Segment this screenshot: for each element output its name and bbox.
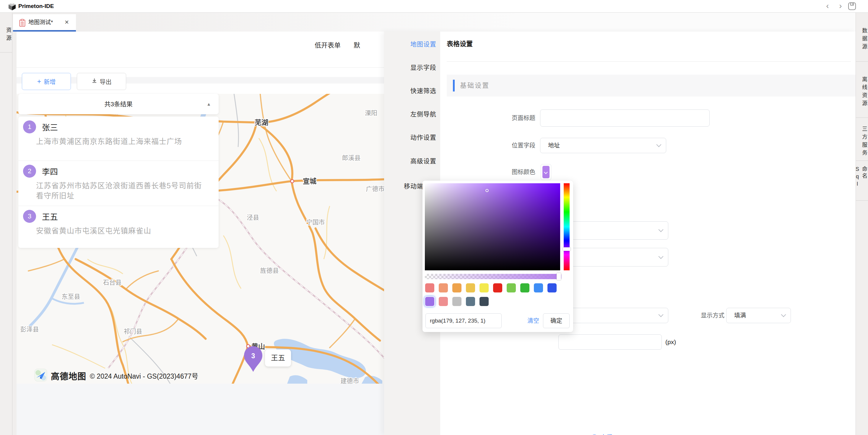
- color-swatch[interactable]: [439, 297, 448, 306]
- chevron-down-icon: [658, 312, 663, 317]
- result-list-item[interactable]: 2李四江苏省苏州市姑苏区沧浪街道西善长巷5号司前街看守所旧址: [18, 161, 219, 206]
- settings-menu-item[interactable]: 快速筛选: [386, 86, 436, 96]
- right-rail-item[interactable]: 数据源: [856, 13, 868, 62]
- result-address: 江苏省苏州市姑苏区沧浪街道西善长巷5号司前街看守所旧址: [36, 180, 209, 201]
- color-swatch[interactable]: [452, 297, 462, 306]
- tab-map-test[interactable]: 地图测试* ×: [13, 14, 76, 32]
- collapse-caret-icon[interactable]: ▲: [207, 94, 211, 114]
- settings-menu-item[interactable]: 显示字段: [386, 63, 436, 73]
- color-swatch[interactable]: [479, 283, 489, 293]
- chevron-down-icon: [656, 142, 661, 147]
- results-summary-card[interactable]: 共3条结果 ▲: [18, 94, 219, 114]
- amap-logo-icon: [34, 369, 47, 383]
- color-swatch[interactable]: [439, 283, 448, 293]
- settings-menu-item[interactable]: 动作设置: [386, 133, 436, 142]
- form-template-label-left[interactable]: 低开表单: [315, 40, 341, 49]
- color-value-input[interactable]: [426, 313, 502, 328]
- hue-slider-handle[interactable]: [563, 247, 570, 251]
- result-index-badge: 2: [23, 165, 36, 178]
- section-header: 基础设置: [447, 75, 856, 97]
- nav-forward-button[interactable]: ›: [836, 0, 845, 12]
- map-label: 东至县: [62, 293, 80, 300]
- results-list: 1张三上海市黄浦区南京东路街道上海来福士广场2李四江苏省苏州市姑苏区沧浪街道西善…: [18, 116, 219, 248]
- result-list-item[interactable]: 1张三上海市黄浦区南京东路街道上海来福士广场: [18, 116, 219, 161]
- color-swatch[interactable]: [452, 283, 462, 293]
- map-label: 宣城: [303, 177, 316, 185]
- size-input[interactable]: [558, 334, 662, 350]
- color-picker-popup: 清空 确定: [423, 180, 573, 332]
- form-template-label-right[interactable]: 默: [354, 40, 360, 49]
- page-title-label: 页面标题: [497, 109, 535, 127]
- page-title-input[interactable]: [540, 109, 710, 127]
- tab-close-icon[interactable]: ×: [61, 14, 72, 30]
- location-field-select[interactable]: 地址: [540, 138, 666, 153]
- display-mode-select[interactable]: 填满: [726, 308, 791, 323]
- map-label: 泾县: [247, 214, 259, 221]
- map-label: 旌德县: [260, 267, 279, 274]
- color-swatch[interactable]: [466, 283, 475, 293]
- color-swatch[interactable]: [425, 297, 434, 306]
- map-label: 宁国市: [306, 219, 325, 226]
- alpha-slider-handle[interactable]: [557, 273, 561, 280]
- map-label: 广德市: [366, 185, 385, 192]
- color-swatch[interactable]: [493, 283, 502, 293]
- map-label: 郎溪县: [342, 154, 361, 161]
- confirm-button[interactable]: 确定: [543, 313, 569, 328]
- tab-title: 地图测试*: [28, 14, 53, 31]
- saturation-area[interactable]: [425, 183, 560, 270]
- color-swatch[interactable]: [466, 297, 475, 306]
- amap-brand: 高德地图: [51, 369, 86, 382]
- result-address: 安徽省黄山市屯溪区屯光镇麻雀山: [36, 226, 209, 236]
- hidden-select-2[interactable]: [558, 248, 668, 267]
- result-name: 张三: [42, 121, 58, 133]
- icon-color-label: 图标颜色: [497, 164, 535, 180]
- nav-back-button[interactable]: ‹: [823, 0, 833, 12]
- color-swatch[interactable]: [520, 283, 529, 293]
- hidden-select-1[interactable]: [558, 221, 668, 240]
- color-swatch[interactable]: [425, 283, 434, 293]
- result-name: 李四: [42, 166, 58, 177]
- eye-icon: [591, 433, 598, 435]
- workspace: 地图测试* × 低开表单 默 + 新增: [12, 13, 856, 435]
- add-button[interactable]: + 新增: [22, 73, 71, 90]
- alpha-slider[interactable]: [425, 274, 561, 279]
- export-button[interactable]: 导出: [77, 73, 126, 90]
- alpha-gradient: [425, 274, 561, 279]
- settings-menu-item[interactable]: 高级设置: [386, 156, 436, 166]
- result-index-badge: 3: [23, 210, 36, 223]
- sidebar-item-resources[interactable]: 资源: [0, 13, 12, 53]
- map-label: 芜湖: [255, 119, 268, 126]
- result-index-badge: 1: [23, 121, 36, 133]
- right-rail-item[interactable]: 命名Sql: [856, 161, 868, 201]
- color-swatch[interactable]: [479, 297, 489, 306]
- result-list-item[interactable]: 3王五安徽省黄山市屯溪区屯光镇麻雀山: [18, 206, 219, 248]
- clear-button[interactable]: 清空: [523, 313, 544, 328]
- view-api-link[interactable]: 查看Api: [591, 432, 622, 435]
- city-dot: [291, 180, 294, 183]
- save-button[interactable]: [848, 2, 856, 11]
- tab-bar: 地图测试* ×: [12, 13, 856, 32]
- right-rail-item[interactable]: 三方服务: [856, 118, 868, 161]
- plus-icon: +: [37, 78, 41, 85]
- settings-menu-item[interactable]: 左侧导航: [386, 109, 436, 119]
- settings-menu-item[interactable]: 地图设置: [386, 39, 436, 49]
- icon-color-button[interactable]: [541, 164, 551, 180]
- section-accent-bar: [453, 80, 455, 92]
- map-pin[interactable]: 3: [244, 346, 262, 372]
- color-swatch[interactable]: [534, 283, 543, 293]
- chevron-down-icon: [781, 312, 786, 317]
- panel-title: 表格设置: [447, 38, 473, 48]
- map-pin-label[interactable]: 王五: [265, 349, 291, 367]
- app-title: Primeton-IDE: [18, 0, 54, 12]
- hue-slider[interactable]: [564, 183, 569, 270]
- right-rail-item[interactable]: 离线资源: [856, 62, 868, 118]
- display-mode-label: 显示方式: [692, 308, 724, 323]
- map-label: 石台县: [103, 279, 122, 286]
- color-swatch[interactable]: [548, 283, 557, 293]
- results-summary: 共3条结果: [18, 94, 219, 114]
- saturation-cursor[interactable]: [486, 189, 489, 192]
- color-swatch[interactable]: [507, 283, 516, 293]
- hidden-select-3[interactable]: [558, 308, 668, 323]
- map-label: 彭泽县: [20, 326, 39, 333]
- chevron-down-icon: [658, 254, 663, 259]
